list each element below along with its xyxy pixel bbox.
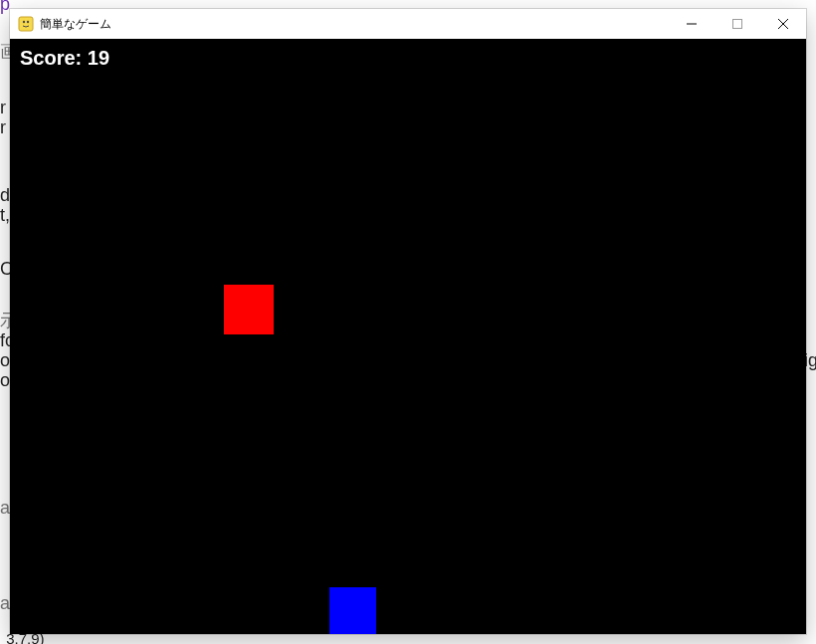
- minimize-icon: [687, 19, 697, 29]
- minimize-button[interactable]: [669, 9, 714, 39]
- bg-fragment: r: [0, 117, 6, 138]
- bg-fragment: t,: [0, 205, 10, 226]
- game-window: 簡単なゲーム Score: 19: [10, 9, 806, 634]
- enemy-square: [224, 285, 274, 334]
- maximize-button[interactable]: [714, 9, 760, 39]
- bg-fragment: d: [0, 185, 10, 206]
- game-canvas[interactable]: Score: 19: [10, 39, 806, 634]
- bg-fragment: a: [0, 593, 10, 614]
- maximize-icon: [732, 19, 742, 29]
- svg-point-1: [23, 21, 25, 23]
- close-button[interactable]: [760, 9, 806, 39]
- pygame-icon: [18, 16, 34, 32]
- bg-fragment: p: [0, 0, 10, 15]
- title-bar[interactable]: 簡単なゲーム: [10, 9, 806, 39]
- bg-fragment: r: [0, 98, 6, 118]
- close-icon: [778, 19, 788, 29]
- svg-rect-0: [19, 17, 33, 31]
- svg-rect-4: [733, 20, 742, 29]
- window-title: 簡単なゲーム: [40, 16, 111, 33]
- bg-fragment: a: [0, 498, 10, 519]
- window-controls: [669, 9, 806, 39]
- score-display: Score: 19: [20, 47, 109, 70]
- player-square[interactable]: [329, 587, 376, 634]
- svg-point-2: [27, 21, 29, 23]
